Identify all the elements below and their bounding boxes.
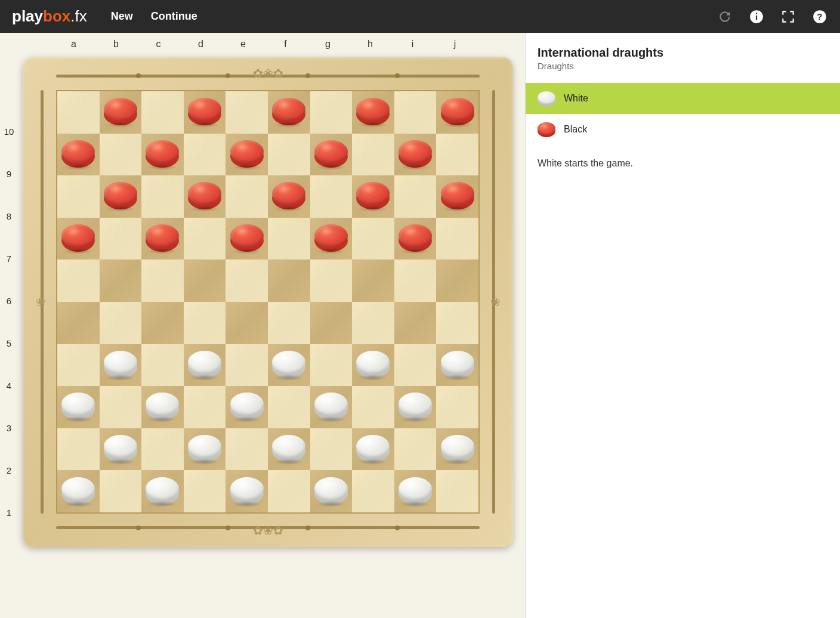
square-e1[interactable]	[226, 470, 268, 512]
square-b9[interactable]	[100, 134, 142, 176]
square-a9[interactable]	[57, 134, 100, 176]
square-j4[interactable]	[436, 344, 478, 387]
square-j1[interactable]	[436, 470, 478, 512]
square-b1[interactable]	[100, 470, 142, 512]
red-piece[interactable]	[272, 98, 305, 125]
white-piece[interactable]	[61, 477, 95, 505]
red-piece[interactable]	[399, 224, 432, 252]
square-d10[interactable]	[184, 91, 226, 134]
square-d9[interactable]	[184, 134, 226, 176]
square-c10[interactable]	[141, 91, 184, 134]
white-piece[interactable]	[356, 435, 390, 462]
square-g4[interactable]	[310, 344, 353, 387]
square-h6[interactable]	[352, 259, 394, 302]
square-e10[interactable]	[226, 91, 268, 134]
square-i1[interactable]	[394, 470, 437, 512]
square-f1[interactable]	[268, 470, 310, 512]
square-g6[interactable]	[310, 259, 353, 302]
red-piece[interactable]	[314, 224, 348, 252]
square-b8[interactable]	[100, 175, 142, 218]
square-h8[interactable]	[352, 175, 394, 218]
red-piece[interactable]	[104, 98, 137, 125]
square-g3[interactable]	[310, 386, 353, 428]
square-i8[interactable]	[394, 175, 437, 218]
red-piece[interactable]	[104, 183, 137, 210]
square-e6[interactable]	[226, 259, 268, 302]
square-a2[interactable]	[57, 428, 100, 471]
square-c3[interactable]	[141, 386, 184, 428]
white-piece[interactable]	[188, 351, 221, 378]
player-black[interactable]: Black	[526, 114, 840, 145]
square-c9[interactable]	[141, 134, 184, 176]
white-piece[interactable]	[104, 351, 137, 378]
white-piece[interactable]	[230, 393, 264, 421]
square-d6[interactable]	[184, 259, 226, 302]
square-c4[interactable]	[141, 344, 184, 387]
white-piece[interactable]	[356, 351, 390, 378]
white-piece[interactable]	[314, 393, 348, 421]
square-i5[interactable]	[394, 302, 437, 344]
square-g8[interactable]	[310, 175, 353, 218]
red-piece[interactable]	[356, 98, 390, 125]
square-f5[interactable]	[268, 302, 310, 344]
square-c8[interactable]	[141, 175, 184, 218]
nav-continue[interactable]: Continue	[151, 10, 197, 23]
square-i6[interactable]	[394, 259, 437, 302]
square-f4[interactable]	[268, 344, 310, 387]
square-i2[interactable]	[394, 428, 437, 471]
square-f7[interactable]	[268, 218, 310, 260]
red-piece[interactable]	[146, 224, 179, 252]
square-i9[interactable]	[394, 134, 437, 176]
square-c1[interactable]	[141, 470, 184, 512]
white-piece[interactable]	[399, 393, 432, 421]
square-b2[interactable]	[100, 428, 142, 471]
square-b5[interactable]	[100, 302, 142, 344]
square-i7[interactable]	[394, 218, 437, 260]
square-h4[interactable]	[352, 344, 394, 387]
white-piece[interactable]	[441, 351, 474, 378]
white-piece[interactable]	[146, 477, 179, 505]
square-f3[interactable]	[268, 386, 310, 428]
white-piece[interactable]	[230, 477, 264, 505]
square-d2[interactable]	[184, 428, 226, 471]
square-b10[interactable]	[100, 91, 142, 134]
square-b4[interactable]	[100, 344, 142, 387]
square-g1[interactable]	[310, 470, 353, 512]
square-e8[interactable]	[226, 175, 268, 218]
square-c5[interactable]	[141, 302, 184, 344]
square-g7[interactable]	[310, 218, 353, 260]
square-c2[interactable]	[141, 428, 184, 471]
square-e9[interactable]	[226, 134, 268, 176]
red-piece[interactable]	[272, 183, 305, 210]
red-piece[interactable]	[230, 224, 264, 252]
white-piece[interactable]	[272, 435, 305, 462]
square-d4[interactable]	[184, 344, 226, 387]
square-b7[interactable]	[100, 218, 142, 260]
square-e3[interactable]	[226, 386, 268, 428]
red-piece[interactable]	[61, 140, 95, 168]
nav-new[interactable]: New	[111, 10, 133, 23]
logo[interactable]: playbox.fx	[12, 7, 87, 26]
white-piece[interactable]	[146, 393, 179, 421]
red-piece[interactable]	[61, 224, 95, 252]
square-b3[interactable]	[100, 386, 142, 428]
square-g2[interactable]	[310, 428, 353, 471]
white-piece[interactable]	[61, 393, 95, 421]
red-piece[interactable]	[441, 98, 474, 125]
square-j9[interactable]	[436, 134, 478, 176]
square-g10[interactable]	[310, 91, 353, 134]
help-icon[interactable]: ?	[811, 8, 828, 25]
square-h7[interactable]	[352, 218, 394, 260]
square-e7[interactable]	[226, 218, 268, 260]
white-piece[interactable]	[314, 477, 348, 505]
square-i3[interactable]	[394, 386, 437, 428]
square-j6[interactable]	[436, 259, 478, 302]
square-h2[interactable]	[352, 428, 394, 471]
square-j2[interactable]	[436, 428, 478, 471]
square-e5[interactable]	[226, 302, 268, 344]
square-a3[interactable]	[57, 386, 100, 428]
square-h10[interactable]	[352, 91, 394, 134]
square-e2[interactable]	[226, 428, 268, 471]
square-g5[interactable]	[310, 302, 353, 344]
square-d7[interactable]	[184, 218, 226, 260]
